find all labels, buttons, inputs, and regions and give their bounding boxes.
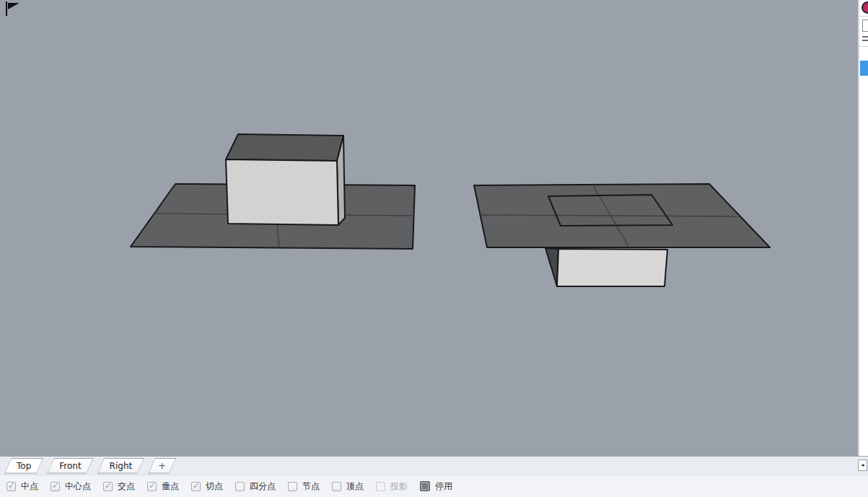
osnap-checkbox-knot[interactable] — [288, 482, 297, 491]
osnap-item-knot: 节点 — [288, 480, 320, 493]
osnap-checkbox-project[interactable] — [376, 482, 385, 491]
osnap-label-quadrant[interactable]: 四分点 — [250, 480, 276, 493]
blue-layer-swatch[interactable] — [860, 61, 868, 76]
osnap-checkbox-mid[interactable] — [6, 482, 16, 491]
osnap-item-mid: 中点 — [6, 480, 38, 493]
osnap-label-vertex[interactable]: 顶点 — [346, 480, 364, 493]
osnap-label-center[interactable]: 中心点 — [65, 480, 91, 493]
osnap-checkbox-center[interactable] — [51, 482, 60, 491]
osnap-checkbox-vertex[interactable] — [332, 482, 341, 491]
osnap-checkbox-perpendicular[interactable] — [147, 482, 157, 491]
right-box-side-face — [545, 248, 558, 286]
viewport-tab-bar: Top Front Right + ◂ — [0, 456, 868, 475]
panel-divider — [859, 16, 868, 17]
tab-right-label: Right — [98, 459, 144, 473]
osnap-item-tangent: 切点 — [191, 480, 223, 493]
osnap-item-vertex: 顶点 — [332, 480, 364, 493]
osnap-label-mid[interactable]: 中点 — [21, 480, 38, 493]
tab-scroll-button[interactable]: ◂ — [858, 459, 867, 471]
viewport-perspective[interactable] — [0, 0, 858, 456]
osnap-label-disable[interactable]: 停用 — [435, 480, 452, 493]
tab-front-label: Front — [48, 459, 92, 473]
osnap-label-knot[interactable]: 节点 — [302, 480, 320, 493]
osnap-label-tangent[interactable]: 切点 — [206, 480, 223, 493]
osnap-label-perpendicular[interactable]: 垂点 — [162, 480, 179, 493]
osnap-item-project: 投影 — [376, 480, 408, 493]
document-icon[interactable] — [862, 19, 868, 32]
plus-icon: + — [149, 459, 175, 473]
selection-cursor-icon — [0, 0, 23, 19]
osnap-bar: 中点 中心点 交点 垂点 切点 四分点 节点 顶点 — [0, 475, 868, 497]
osnap-checkbox-tangent[interactable] — [191, 482, 201, 491]
scene-3d — [0, 0, 858, 456]
tab-top-label: Top — [5, 459, 43, 473]
left-box-front-face — [226, 159, 338, 225]
osnap-label-project[interactable]: 投影 — [390, 480, 408, 493]
osnap-item-quadrant: 四分点 — [235, 480, 276, 493]
left-box-on-plane[interactable] — [131, 134, 415, 249]
osnap-item-disable: 停用 — [420, 480, 452, 493]
tab-top[interactable]: Top — [4, 458, 43, 474]
osnap-item-center: 中心点 — [51, 480, 91, 493]
osnap-label-intersection[interactable]: 交点 — [118, 480, 135, 493]
tab-right[interactable]: Right — [97, 458, 145, 474]
tab-add-viewport[interactable]: + — [148, 458, 176, 474]
left-box-top-face — [226, 134, 343, 161]
osnap-checkbox-intersection[interactable] — [103, 482, 113, 491]
osnap-item-intersection: 交点 — [103, 480, 135, 493]
panel-divider — [859, 46, 868, 47]
osnap-checkbox-quadrant[interactable] — [235, 482, 245, 491]
osnap-checkbox-disable[interactable] — [420, 481, 430, 491]
osnap-item-perpendicular: 垂点 — [147, 480, 179, 493]
right-box-front-face — [557, 249, 667, 286]
right-side-panel — [858, 0, 868, 456]
properties-circle-icon[interactable] — [862, 1, 868, 14]
right-box-under-plane[interactable] — [474, 184, 770, 286]
list-icon[interactable] — [862, 36, 868, 43]
tab-front[interactable]: Front — [47, 458, 93, 474]
cad-application-window: Top Front Right + ◂ 中点 中心点 交点 垂点 — [0, 0, 868, 497]
